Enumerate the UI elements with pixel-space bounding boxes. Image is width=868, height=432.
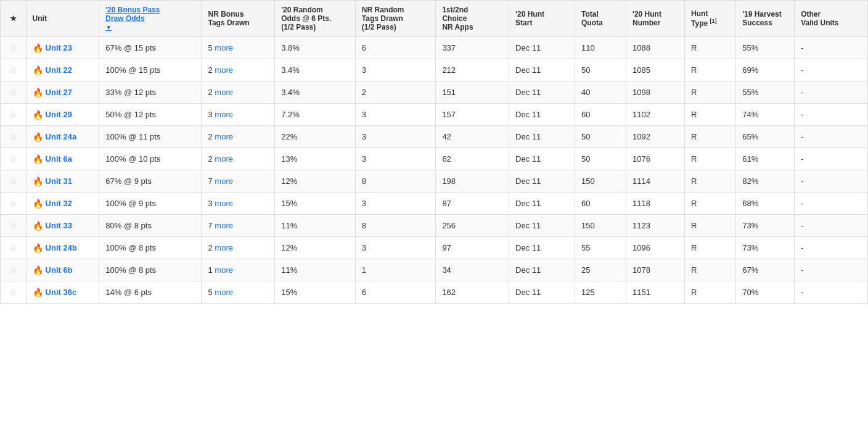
- hunt-type-value: R: [691, 65, 697, 75]
- favorite-star-icon[interactable]: ☆: [9, 287, 17, 297]
- hunt-number-value: 1114: [633, 177, 650, 186]
- row-hunt-start-cell: Dec 11: [509, 237, 575, 259]
- row-random-odds-cell: 11%: [275, 215, 356, 237]
- row-nr-bonus-cell: 2 more: [202, 59, 275, 81]
- nr-bonus-more-link[interactable]: more: [215, 132, 233, 141]
- unit-link[interactable]: 🔥 Unit 6a: [33, 154, 93, 164]
- header-star: ★: [1, 1, 27, 37]
- other-value: -: [801, 110, 803, 119]
- unit-link[interactable]: 🔥 Unit 29: [33, 110, 93, 120]
- table-row: ☆ 🔥 Unit 24b 100% @ 8 pts 2 more 12% 3 9…: [1, 237, 868, 259]
- random-odds-value: 15%: [281, 288, 297, 297]
- row-hunt-number-cell: 1092: [626, 126, 685, 148]
- nr-bonus-count: 7: [208, 221, 212, 230]
- unit-link[interactable]: 🔥 Unit 24a: [33, 132, 93, 142]
- row-star-cell: ☆: [1, 170, 27, 193]
- harvest-value: 68%: [742, 199, 758, 208]
- unit-name: Unit 32: [46, 199, 72, 208]
- nr-random-value: 3: [362, 154, 366, 164]
- nr-random-value: 6: [362, 288, 366, 297]
- hunt-start-value: Dec 11: [515, 43, 541, 52]
- row-unit-cell: 🔥 Unit 31: [26, 170, 99, 193]
- hunt-number-value: 1078: [633, 265, 650, 275]
- row-harvest-cell: 69%: [736, 59, 795, 81]
- unit-link[interactable]: 🔥 Unit 27: [33, 88, 93, 98]
- choice-value: 212: [442, 65, 456, 75]
- random-odds-value: 11%: [281, 265, 297, 275]
- favorite-star-icon[interactable]: ☆: [9, 176, 17, 186]
- nr-bonus-more-link[interactable]: more: [215, 265, 233, 275]
- unit-link[interactable]: 🔥 Unit 22: [33, 65, 93, 75]
- nr-bonus-count: 1: [208, 265, 212, 275]
- favorite-star-icon[interactable]: ☆: [9, 220, 17, 231]
- choice-value: 256: [442, 221, 456, 230]
- row-hunt-type-cell: R: [685, 37, 736, 59]
- hunt-start-value: Dec 11: [515, 221, 541, 230]
- header-harvest: '19 HarvestSuccess: [736, 1, 795, 37]
- row-hunt-number-cell: 1098: [626, 81, 685, 104]
- other-value: -: [801, 221, 803, 230]
- unit-link[interactable]: 🔥 Unit 36c: [33, 288, 93, 297]
- hunt-start-value: Dec 11: [515, 288, 541, 297]
- favorite-star-icon[interactable]: ☆: [9, 198, 17, 209]
- nr-bonus-more-link[interactable]: more: [215, 154, 233, 164]
- favorite-star-icon[interactable]: ☆: [9, 154, 17, 164]
- other-value: -: [801, 132, 803, 141]
- nr-bonus-more-link[interactable]: more: [215, 221, 233, 230]
- quota-value: 60: [581, 199, 590, 208]
- unit-name: Unit 6b: [46, 265, 73, 275]
- favorite-star-icon[interactable]: ☆: [9, 243, 17, 253]
- row-choice-cell: 256: [436, 215, 509, 237]
- random-odds-value: 7.2%: [281, 110, 300, 119]
- unit-link[interactable]: 🔥 Unit 31: [33, 177, 93, 186]
- unit-link[interactable]: 🔥 Unit 23: [33, 43, 93, 53]
- header-nr-random: NR RandomTags Drawn(1/2 Pass): [355, 1, 436, 37]
- fire-icon: 🔥: [33, 110, 43, 120]
- row-quota-cell: 125: [575, 281, 626, 304]
- hunt-type-value: R: [691, 88, 697, 97]
- row-unit-cell: 🔥 Unit 36c: [26, 281, 99, 304]
- harvest-value: 73%: [742, 221, 758, 230]
- choice-value: 198: [442, 177, 456, 186]
- unit-link[interactable]: 🔥 Unit 33: [33, 221, 93, 231]
- quota-value: 60: [581, 110, 590, 119]
- hunt-start-value: Dec 11: [515, 110, 541, 119]
- other-value: -: [801, 65, 803, 75]
- random-odds-value: 13%: [281, 154, 297, 164]
- header-bonus-pass[interactable]: '20 Bonus PassDraw Odds▼: [99, 1, 202, 37]
- header-hunt-type: HuntType [1]: [685, 1, 736, 37]
- favorite-star-icon[interactable]: ☆: [9, 265, 17, 275]
- nr-bonus-more-link[interactable]: more: [215, 199, 233, 208]
- choice-value: 97: [442, 243, 451, 252]
- other-header-label: OtherValid Units: [801, 10, 838, 27]
- nr-bonus-more-link[interactable]: more: [215, 43, 233, 52]
- nr-bonus-more-link[interactable]: more: [215, 177, 233, 186]
- row-hunt-type-cell: R: [685, 259, 736, 281]
- unit-link[interactable]: 🔥 Unit 6b: [33, 265, 93, 275]
- unit-link[interactable]: 🔥 Unit 32: [33, 199, 93, 209]
- row-unit-cell: 🔥 Unit 6b: [26, 259, 99, 281]
- favorite-star-icon[interactable]: ☆: [9, 109, 17, 120]
- nr-random-value: 3: [362, 65, 366, 75]
- hunt-type-value: R: [691, 154, 697, 164]
- nr-random-value: 3: [362, 243, 366, 252]
- hunt-type-value: R: [691, 265, 697, 275]
- favorite-star-icon[interactable]: ☆: [9, 87, 17, 98]
- nr-bonus-more-link[interactable]: more: [215, 110, 233, 119]
- nr-bonus-more-link[interactable]: more: [215, 243, 233, 252]
- table-row: ☆ 🔥 Unit 22 100% @ 15 pts 2 more 3.4% 3 …: [1, 59, 868, 81]
- unit-name: Unit 29: [46, 110, 72, 119]
- nr-bonus-more-link[interactable]: more: [215, 88, 233, 97]
- row-hunt-number-cell: 1076: [626, 148, 685, 170]
- favorite-star-icon[interactable]: ☆: [9, 43, 17, 53]
- row-hunt-start-cell: Dec 11: [509, 259, 575, 281]
- unit-name: Unit 31: [46, 177, 72, 186]
- nr-bonus-more-link[interactable]: more: [215, 65, 233, 75]
- unit-link[interactable]: 🔥 Unit 24b: [33, 243, 93, 253]
- row-unit-cell: 🔥 Unit 32: [26, 193, 99, 215]
- choice-value: 42: [442, 132, 451, 141]
- favorite-star-icon[interactable]: ☆: [9, 131, 17, 142]
- row-hunt-type-cell: R: [685, 59, 736, 81]
- favorite-star-icon[interactable]: ☆: [9, 65, 17, 75]
- nr-bonus-more-link[interactable]: more: [215, 288, 233, 297]
